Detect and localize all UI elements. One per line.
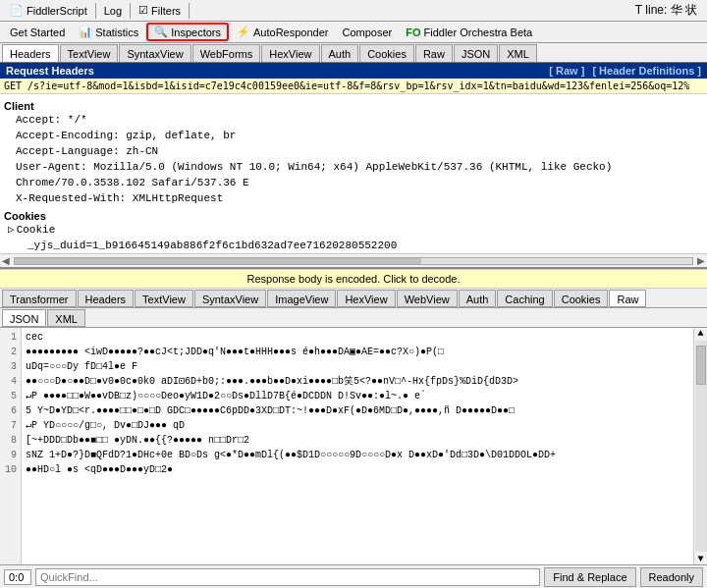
top-toolbar: 📄 FiddlerScript Log ☑ Filters T line: 华 …	[0, 0, 707, 22]
nav-tabs-row: Get Started 📊 Statistics 🔍 Inspectors ⚡ …	[0, 22, 707, 43]
inspectors-btn[interactable]: 🔍 Inspectors	[146, 23, 229, 41]
autoresponder-icon: ⚡	[237, 26, 250, 38]
line-number: 6	[4, 403, 17, 418]
find-replace-button[interactable]: Find & Replace	[544, 567, 635, 587]
code-line: ●●HD○l ●s <qD●●●D●●●yD□2●	[26, 462, 689, 477]
fiddlerscript-btn[interactable]: 📄 FiddlerScript	[4, 3, 93, 18]
x-requested-row: X-Requested-With: XMLHttpRequest	[4, 190, 703, 206]
resp-tab-caching[interactable]: Caching	[497, 290, 552, 307]
decode-notice-text: Response body is encoded. Click to decod…	[246, 273, 460, 285]
tab-hexview[interactable]: HexView	[261, 44, 319, 62]
line-number: 3	[4, 359, 17, 374]
line-number: 5	[4, 389, 17, 403]
resp-tab-auth[interactable]: Auth	[459, 290, 497, 307]
inspectors-icon: 🔍	[154, 26, 168, 38]
fiddler-orchestra-btn[interactable]: FO Fiddler Orchestra Beta	[400, 26, 538, 39]
resp-tab-hexview[interactable]: HexView	[337, 290, 395, 307]
statistics-icon: 📊	[79, 26, 92, 38]
get-started-btn[interactable]: Get Started	[4, 26, 71, 39]
tab-auth[interactable]: Auth	[321, 44, 359, 62]
code-line: 5 Y~D●YD□<r.●●●●□□●□●□D GDC□●●●●●C6pDD●3…	[26, 403, 689, 418]
yjs-duid-row: _yjs_duid=1_b916645149ab886f2f6c1bd632ad…	[4, 238, 703, 253]
tab-json[interactable]: JSON	[454, 44, 498, 62]
resp-tab-syntaxview[interactable]: SyntaxView	[194, 290, 266, 307]
rh-url-bar: GET /s?ie=utf-8&mod=1&isbd=1&isid=c7e19c…	[0, 79, 707, 94]
code-line: cec	[26, 330, 689, 345]
code-line: [~+DDD□Db●●■□□ ●yDN.●●{{?●●●●● n□□Dr□2	[26, 433, 689, 448]
vertical-scrollbar[interactable]: ▲ ▼	[693, 328, 707, 564]
request-sub-tabs: Headers TextView SyntaxView WebForms Hex…	[0, 43, 707, 63]
scroll-left-icon[interactable]: ◀	[2, 255, 10, 266]
scroll-down-icon[interactable]: ▼	[697, 554, 703, 564]
autoresponder-label: AutoResponder	[253, 27, 328, 38]
decode-notice[interactable]: Response body is encoded. Click to decod…	[0, 269, 707, 289]
statistics-label: Statistics	[95, 27, 138, 38]
resp-tab-raw[interactable]: Raw	[609, 290, 646, 307]
user-agent-row: User-Agent: Mozilla/5.0 (Windows NT 10.0…	[4, 159, 703, 190]
quickfind-input[interactable]	[35, 568, 540, 586]
line-numbers: 12345678910	[0, 328, 22, 564]
resp-tab-imageview[interactable]: ImageView	[267, 290, 336, 307]
get-started-label: Get Started	[10, 27, 65, 38]
code-line: ●●●●●●●●● <iwD●●●●●?●●cJ<t;JDD●q'N●●●t●H…	[26, 345, 689, 359]
sep3	[189, 3, 190, 19]
code-line: ↵P ●●●●□□●W●●vDB□z)○○○○Deo●yW1D●2○○Ds●Dl…	[26, 389, 689, 403]
rh-title-bar: Request Headers [ Raw ] [ Header Definit…	[0, 63, 707, 79]
tab-raw[interactable]: Raw	[415, 44, 453, 62]
code-area: 12345678910 cec●●●●●●●●● <iwD●●●●●?●●cJ<…	[0, 328, 707, 564]
resp-tab-textview[interactable]: TextView	[135, 290, 193, 307]
resp-tab-webview[interactable]: WebView	[397, 290, 458, 307]
tab-syntaxview[interactable]: SyntaxView	[119, 44, 190, 62]
filters-btn[interactable]: ☑ Filters	[133, 3, 187, 18]
resp-tab-headers[interactable]: Headers	[78, 290, 135, 307]
resp-tab-transformer[interactable]: Transformer	[2, 290, 77, 307]
fiddler-orchestra-label: Fiddler Orchestra Beta	[424, 27, 533, 38]
fiddlerscript-label: FiddlerScript	[27, 5, 87, 17]
rh-content: Client Accept: */* Accept-Encoding: gzip…	[0, 94, 707, 253]
scroll-bottom-bar: ◀ ▶	[0, 253, 707, 267]
accept-row: Accept: */*	[4, 112, 703, 128]
resp-tab-cookies[interactable]: Cookies	[554, 290, 609, 307]
filters-checkbox-icon: ☑	[138, 4, 148, 17]
code-line: ↵P YD○○○○/g□○, Dv●□DJ●●● qD	[26, 418, 689, 433]
resp-sub-tab-json[interactable]: JSON	[2, 309, 46, 327]
filters-label: Filters	[151, 5, 181, 17]
tab-cookies[interactable]: Cookies	[359, 44, 414, 62]
response-tabs-row: Transformer Headers TextView SyntaxView …	[0, 289, 707, 308]
scroll-right-icon[interactable]: ▶	[697, 255, 705, 266]
line-number: 4	[4, 374, 17, 389]
response-sub-tabs: JSON XML	[0, 308, 707, 328]
rh-url-text: GET /s?ie=utf-8&mod=1&isbd=1&isid=c7e19c…	[4, 80, 689, 91]
header-defs-link[interactable]: [ Header Definitions ]	[592, 65, 701, 77]
accept-encoding-row: Accept-Encoding: gzip, deflate, br	[4, 128, 703, 143]
resp-sub-tab-xml[interactable]: XML	[47, 309, 85, 327]
composer-btn[interactable]: Composer	[336, 26, 398, 39]
line-number: 2	[4, 345, 17, 359]
line-number: 9	[4, 448, 17, 462]
main-content: Headers TextView SyntaxView WebForms Hex…	[0, 43, 707, 588]
sep1	[95, 3, 96, 19]
tab-xml[interactable]: XML	[499, 44, 537, 62]
autoresponder-btn[interactable]: ⚡ AutoResponder	[231, 25, 334, 39]
tab-textview[interactable]: TextView	[60, 44, 119, 62]
tab-headers[interactable]: Headers	[2, 44, 59, 62]
line-number: 1	[4, 330, 17, 345]
cookie-row: ▷ Cookie	[4, 222, 703, 238]
line-number: 8	[4, 433, 17, 448]
bottom-bar: 0:0 Find & Replace Readonly	[0, 564, 707, 588]
accept-language-row: Accept-Language: zh-CN	[4, 143, 703, 159]
cookie-label: Cookie	[17, 222, 56, 238]
tab-webforms[interactable]: WebForms	[192, 44, 261, 62]
log-btn[interactable]: Log	[98, 4, 128, 18]
readonly-button[interactable]: Readonly	[640, 567, 703, 587]
rh-title: Request Headers	[6, 65, 94, 77]
cookie-expand-icon[interactable]: ▷	[8, 222, 15, 238]
fo-icon: FO	[406, 27, 420, 38]
scroll-up-icon[interactable]: ▲	[697, 328, 703, 339]
request-headers-panel: Request Headers [ Raw ] [ Header Definit…	[0, 63, 707, 269]
raw-link[interactable]: [ Raw ]	[549, 65, 584, 77]
rh-title-links: [ Raw ] [ Header Definitions ]	[549, 65, 701, 77]
log-label: Log	[104, 5, 122, 17]
statistics-btn[interactable]: 📊 Statistics	[73, 25, 144, 39]
code-line: uDq=○○○Dy fD□4l●e F	[26, 359, 689, 374]
